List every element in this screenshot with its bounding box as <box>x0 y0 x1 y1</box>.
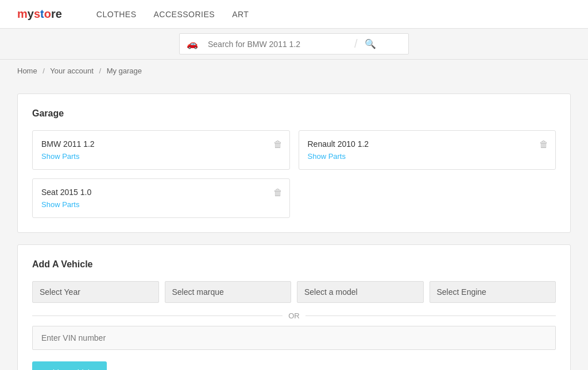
vehicle-card-renault: Renault 2010 1.2 Show Parts 🗑 <box>299 130 556 170</box>
breadcrumb-current: My garage <box>107 67 142 75</box>
delete-seat[interactable]: 🗑 <box>273 188 283 198</box>
engine-select-wrapper: Select Engine <box>430 281 556 303</box>
breadcrumb-account[interactable]: Your account <box>50 67 93 75</box>
garage-card: Garage BMW 2011 1.2 Show Parts 🗑 Renault… <box>17 94 571 233</box>
show-parts-seat[interactable]: Show Parts <box>41 200 79 209</box>
or-line-left <box>32 316 283 316</box>
nav-item-art[interactable]: ART <box>232 10 249 19</box>
model-select[interactable]: Select a model <box>297 281 424 303</box>
nav-item-accessories[interactable]: ACCESSORIES <box>153 10 215 19</box>
logo-my: my <box>17 7 34 21</box>
vehicle-card-seat: Seat 2015 1.0 Show Parts 🗑 <box>32 178 290 218</box>
logo-store: store <box>34 7 62 21</box>
show-parts-bmw[interactable]: Show Parts <box>41 152 79 161</box>
search-bar: 🚗 / 🔍 <box>0 29 588 60</box>
or-text: OR <box>288 311 300 320</box>
search-button[interactable]: 🔍 <box>358 34 383 54</box>
engine-select[interactable]: Select Engine <box>430 281 556 303</box>
vehicle-name-seat: Seat 2015 1.0 <box>41 188 281 197</box>
breadcrumb-sep-1: / <box>42 67 45 75</box>
garage-title: Garage <box>32 108 556 119</box>
or-divider: OR <box>32 311 556 320</box>
main-nav: CLOTHES ACCESSORIES ART <box>96 10 249 19</box>
vehicle-name-renault: Renault 2010 1.2 <box>308 139 547 149</box>
delete-bmw[interactable]: 🗑 <box>273 139 283 150</box>
add-vehicle-card: Add A Vehicle Select Year Select marque … <box>17 244 571 370</box>
vehicle-selects-row: Select Year Select marque Select a model… <box>32 281 556 303</box>
marque-select-wrapper: Select marque <box>165 281 292 303</box>
vehicle-card-empty <box>299 178 556 218</box>
add-vehicle-button[interactable]: Add A Vehicle <box>32 361 107 370</box>
add-vehicle-title: Add A Vehicle <box>32 259 556 270</box>
search-input[interactable] <box>205 35 354 53</box>
header: my store CLOTHES ACCESSORIES ART <box>0 0 588 29</box>
model-select-wrapper: Select a model <box>297 281 424 303</box>
breadcrumb-sep-2: / <box>99 67 101 75</box>
vin-input[interactable] <box>32 326 556 350</box>
year-select[interactable]: Select Year <box>32 281 159 303</box>
search-container: 🚗 / 🔍 <box>179 33 409 54</box>
nav-item-clothes[interactable]: CLOTHES <box>96 10 137 19</box>
breadcrumb-home[interactable]: Home <box>17 67 37 75</box>
vehicle-name-bmw: BMW 2011 1.2 <box>41 139 281 149</box>
marque-select[interactable]: Select marque <box>165 281 292 303</box>
year-select-wrapper: Select Year <box>32 281 159 303</box>
delete-renault[interactable]: 🗑 <box>539 139 548 150</box>
car-icon: 🚗 <box>180 34 205 54</box>
vehicle-card-bmw: BMW 2011 1.2 Show Parts 🗑 <box>32 130 290 170</box>
or-line-right <box>305 316 556 316</box>
show-parts-renault[interactable]: Show Parts <box>308 152 346 161</box>
main-content: Garage BMW 2011 1.2 Show Parts 🗑 Renault… <box>0 82 588 370</box>
breadcrumb: Home / Your account / My garage <box>0 60 588 82</box>
logo: my store <box>17 7 62 21</box>
vehicle-grid: BMW 2011 1.2 Show Parts 🗑 Renault 2010 1… <box>32 130 556 218</box>
